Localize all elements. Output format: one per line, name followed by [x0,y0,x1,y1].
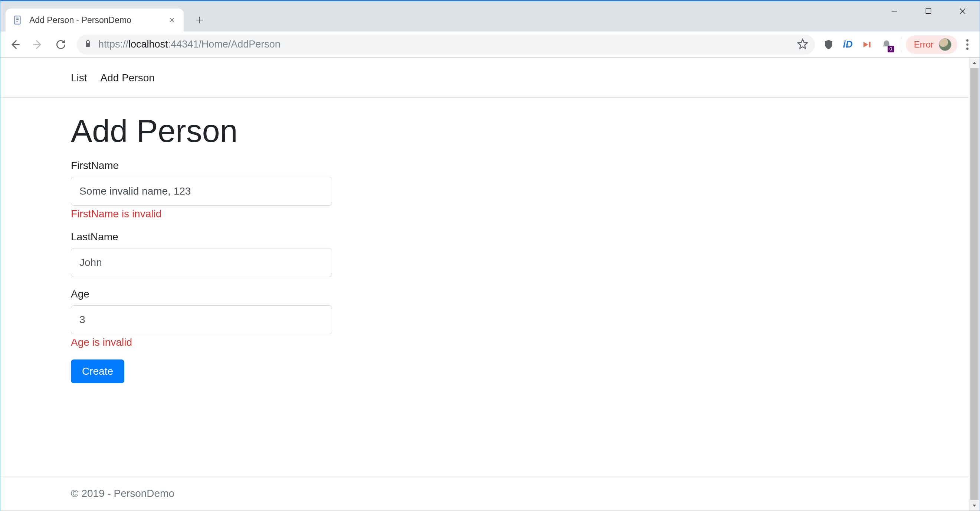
maximize-button[interactable] [912,1,945,21]
id-extension-icon[interactable]: iD [839,36,856,53]
bookmark-star-icon[interactable] [797,38,808,51]
create-button[interactable]: Create [71,359,124,383]
age-input[interactable] [71,305,332,334]
avatar-icon [939,38,951,51]
lock-icon [83,39,92,50]
extension-icons: iD 0 [820,36,895,53]
svg-point-3 [966,39,969,42]
nav-link-list[interactable]: List [71,72,87,84]
scrollbar-down-arrow-icon[interactable] [969,500,980,511]
svg-point-4 [966,43,969,46]
viewport: List Add Person Add Person FirstName Fir… [0,57,980,511]
svg-point-5 [966,48,969,50]
url-scheme: https:// [98,38,128,50]
vertical-scrollbar[interactable] [969,57,980,511]
back-button[interactable] [4,34,25,55]
footer-text: © 2019 - PersonDemo [71,488,174,499]
favicon-icon [12,14,23,26]
site-footer: © 2019 - PersonDemo [0,476,969,511]
tab-title: Add Person - PersonDemo [29,15,161,25]
age-label: Age [71,288,898,300]
lastname-input[interactable] [71,248,332,277]
error-chip-label: Error [914,39,934,50]
form-group-lastname: LastName [71,231,898,277]
shield-extension-icon[interactable] [820,36,837,53]
cast-extension-icon[interactable] [859,36,876,53]
minimize-button[interactable] [877,1,912,21]
forward-button[interactable] [27,34,49,55]
nav-link-add-person[interactable]: Add Person [100,72,155,84]
browser-window: Add Person - PersonDemo [0,0,980,511]
url-host: localhost [128,38,168,50]
notifications-extension-icon[interactable]: 0 [878,36,895,53]
new-tab-button[interactable] [190,11,209,29]
browser-toolbar: https://localhost:44341/Home/AddPerson i… [0,32,980,57]
form-group-firstname: FirstName FirstName is invalid [71,160,898,220]
lastname-label: LastName [71,231,898,243]
browser-tab[interactable]: Add Person - PersonDemo [6,8,184,32]
svg-rect-1 [926,8,931,13]
main-container: Add Person FirstName FirstName is invali… [0,98,969,476]
scrollbar-thumb[interactable] [970,68,978,500]
scrollbar-up-arrow-icon[interactable] [969,57,980,68]
firstname-input[interactable] [71,177,332,206]
address-bar[interactable]: https://localhost:44341/Home/AddPerson [77,35,815,54]
window-controls [877,1,980,21]
firstname-error: FirstName is invalid [71,208,898,220]
tab-strip: Add Person - PersonDemo [0,0,980,32]
notification-badge: 0 [888,46,894,53]
url-port: :44341 [168,38,199,50]
firstname-label: FirstName [71,160,898,172]
form-group-age: Age Age is invalid [71,288,898,348]
close-tab-icon[interactable] [167,15,177,25]
toolbar-divider [901,37,901,52]
page: List Add Person Add Person FirstName Fir… [0,57,969,511]
age-error: Age is invalid [71,337,898,348]
svg-rect-2 [86,43,90,47]
page-title: Add Person [71,113,898,149]
site-navbar: List Add Person [0,58,969,98]
url-text: https://localhost:44341/Home/AddPerson [98,38,791,50]
profile-error-chip[interactable]: Error [906,35,958,54]
close-window-button[interactable] [945,1,980,21]
browser-menu-button[interactable] [959,36,976,53]
url-path: /Home/AddPerson [199,38,280,50]
reload-button[interactable] [50,34,72,55]
